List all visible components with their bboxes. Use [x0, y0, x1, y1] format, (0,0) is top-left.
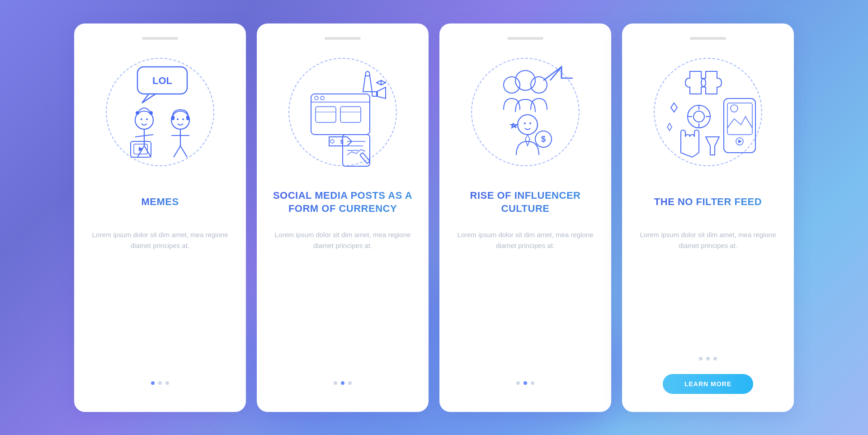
- dot-1: [334, 381, 337, 385]
- card-influencer: $ RISE OF INFLUENCER CULTURE Lorem ipsum…: [439, 23, 611, 412]
- card-body-no-filter: Lorem ipsum dolor sit dim amet, mea regi…: [636, 229, 780, 251]
- cards-container: LOL: [56, 5, 812, 430]
- card-notch-4: [690, 37, 726, 40]
- card-notch-3: [507, 37, 543, 40]
- card-illustration-memes: LOL: [101, 49, 219, 175]
- learn-more-button[interactable]: LEARN MORE: [663, 374, 753, 394]
- card-illustration-influencer: $: [467, 49, 584, 175]
- dot-3: [165, 381, 169, 385]
- card-body-memes: Lorem ipsum dolor sit dim amet, mea regi…: [88, 229, 232, 251]
- dot-1: [516, 381, 520, 385]
- dot-2: [158, 381, 162, 385]
- dot-3: [348, 381, 352, 385]
- card-notch: [142, 37, 178, 40]
- dots-influencer: [516, 381, 534, 385]
- dashed-circle-4: [654, 58, 762, 166]
- card-title-social: SOCIAL MEDIA POSTS AS A FORM OF CURRENCY: [270, 184, 415, 220]
- card-body-influencer: Lorem ipsum dolor sit dim amet, mea regi…: [453, 229, 598, 251]
- dots-memes: [151, 381, 169, 385]
- dot-2: [341, 381, 344, 385]
- card-social-media: $ SOCIAL MEDIA POSTS AS A FORM OF CURREN…: [257, 23, 429, 412]
- card-memes: LOL: [74, 23, 246, 412]
- dashed-circle-3: [471, 58, 580, 166]
- dot-2: [524, 381, 527, 385]
- dot-1: [151, 381, 155, 385]
- dots-social: [334, 381, 352, 385]
- card-title-no-filter: THE NO FILTER FEED: [654, 184, 762, 220]
- card-body-social: Lorem ipsum dolor sit dim amet, mea regi…: [270, 229, 415, 251]
- dashed-circle-decoration: [106, 58, 214, 166]
- card-illustration-no-filter: [649, 49, 767, 175]
- dot-3: [713, 357, 717, 360]
- dashed-circle-2: [288, 58, 397, 166]
- card-no-filter: THE NO FILTER FEED Lorem ipsum dolor sit…: [622, 23, 794, 412]
- dot-2: [706, 357, 710, 360]
- card-illustration-social: $: [284, 49, 401, 175]
- card-title-influencer: RISE OF INFLUENCER CULTURE: [453, 184, 598, 220]
- dot-3: [531, 381, 534, 385]
- card-title-memes: MEMES: [141, 184, 179, 220]
- dots-no-filter: [699, 357, 717, 360]
- dot-1: [699, 357, 703, 360]
- card-bottom-no-filter: LEARN MORE: [663, 357, 753, 394]
- card-notch-2: [325, 37, 361, 40]
